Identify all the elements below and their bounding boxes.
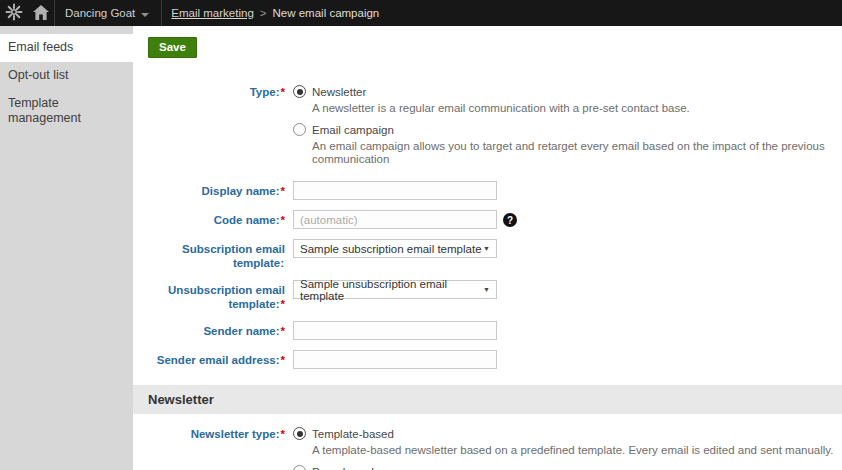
newsletter-type-option-template-based[interactable]: Template-based (293, 427, 842, 440)
radio-option-label: Template-based (312, 428, 394, 440)
subscription-template-select[interactable]: Sample subscription email template ▼ (293, 239, 497, 258)
radio-unselected-icon[interactable] (293, 465, 306, 470)
kentico-logo-icon (5, 3, 23, 23)
sidebar-item-label: Template management (8, 96, 81, 125)
type-radio-group: Newsletter A newsletter is a regular ema… (293, 85, 842, 166)
breadcrumb: Email marketing > New email campaign (162, 0, 379, 26)
sidebar: Email feeds Opt-out list Template manage… (0, 26, 133, 470)
code-name-input[interactable] (293, 210, 497, 229)
required-asterisk: * (281, 325, 285, 337)
sidebar-item-label: Opt-out list (8, 68, 68, 82)
new-email-campaign-form: Type:* Newsletter A newsletter is a regu… (133, 85, 842, 470)
breadcrumb-separator: > (260, 7, 267, 19)
chevron-down-icon (141, 13, 149, 17)
site-selector-label: Dancing Goat (65, 7, 135, 19)
code-name-row: Code name:* ? (133, 210, 842, 229)
newsletter-type-option-page-based[interactable]: Page-based (293, 465, 842, 470)
sender-name-row: Sender name:* (133, 321, 842, 340)
newsletter-section-header: Newsletter (133, 385, 842, 414)
dashboard-home-button[interactable] (27, 0, 54, 26)
subscription-template-row: Subscription email template: Sample subs… (133, 239, 842, 270)
home-icon (32, 4, 50, 23)
applications-menu-button[interactable] (0, 0, 27, 26)
save-button[interactable]: Save (148, 37, 197, 58)
type-option-newsletter[interactable]: Newsletter (293, 85, 842, 98)
radio-option-label: Page-based (312, 466, 374, 470)
select-value: Sample subscription email template (300, 243, 482, 255)
display-name-row: Display name:* (133, 181, 842, 200)
sender-name-input[interactable] (293, 321, 497, 340)
type-row: Type:* Newsletter A newsletter is a regu… (133, 85, 842, 166)
sender-email-row: Sender email address:* (133, 350, 842, 369)
display-name-input[interactable] (293, 181, 497, 200)
required-asterisk: * (281, 214, 285, 226)
code-name-label: Code name:* (133, 210, 293, 229)
sender-name-label: Sender name:* (133, 321, 293, 340)
display-name-label: Display name:* (133, 181, 293, 200)
sidebar-item-template-management[interactable]: Template management (0, 90, 133, 133)
main-content: Save Type:* Newsletter A newsletter is a… (133, 26, 842, 470)
breadcrumb-app-link[interactable]: Email marketing (171, 7, 253, 19)
radio-option-label: Newsletter (312, 86, 366, 98)
newsletter-type-label: Newsletter type:* (133, 427, 293, 470)
required-asterisk: * (281, 298, 285, 310)
radio-unselected-icon[interactable] (293, 123, 306, 136)
subscription-template-label: Subscription email template: (133, 239, 293, 270)
type-option-newsletter-description: A newsletter is a regular email communic… (312, 102, 842, 115)
radio-selected-icon[interactable] (293, 85, 306, 98)
sender-email-label: Sender email address:* (133, 350, 293, 369)
required-asterisk: * (281, 428, 285, 440)
type-label: Type:* (133, 85, 293, 166)
required-asterisk: * (281, 354, 285, 366)
sender-email-input[interactable] (293, 350, 497, 369)
select-caret-icon: ▼ (483, 286, 490, 293)
template-based-description: A template-based newsletter based on a p… (312, 444, 842, 457)
required-asterisk: * (281, 86, 285, 98)
site-selector[interactable]: Dancing Goat (55, 0, 161, 26)
sidebar-item-label: Email feeds (8, 40, 73, 54)
section-title: Newsletter (148, 392, 214, 407)
newsletter-type-radio-group: Template-based A template-based newslett… (293, 427, 842, 470)
unsubscription-template-select[interactable]: Sample unsubscription email template ▼ (293, 280, 497, 299)
help-icon[interactable]: ? (503, 213, 517, 227)
select-caret-icon: ▼ (483, 245, 490, 252)
sidebar-item-email-feeds[interactable]: Email feeds (0, 34, 133, 62)
radio-selected-icon[interactable] (293, 427, 306, 440)
select-value: Sample unsubscription email template (300, 278, 483, 302)
breadcrumb-current-page: New email campaign (273, 7, 380, 19)
radio-option-label: Email campaign (312, 124, 394, 136)
unsubscription-template-label: Unsubscription email template:* (133, 280, 293, 311)
newsletter-type-row: Newsletter type:* Template-based A templ… (133, 427, 842, 470)
unsubscription-template-row: Unsubscription email template:* Sample u… (133, 280, 842, 311)
type-option-email-campaign[interactable]: Email campaign (293, 123, 842, 136)
type-option-email-campaign-description: An email campaign allows you to target a… (312, 140, 842, 166)
topbar: Dancing Goat Email marketing > New email… (0, 0, 842, 26)
sidebar-item-opt-out-list[interactable]: Opt-out list (0, 62, 133, 90)
required-asterisk: * (281, 185, 285, 197)
